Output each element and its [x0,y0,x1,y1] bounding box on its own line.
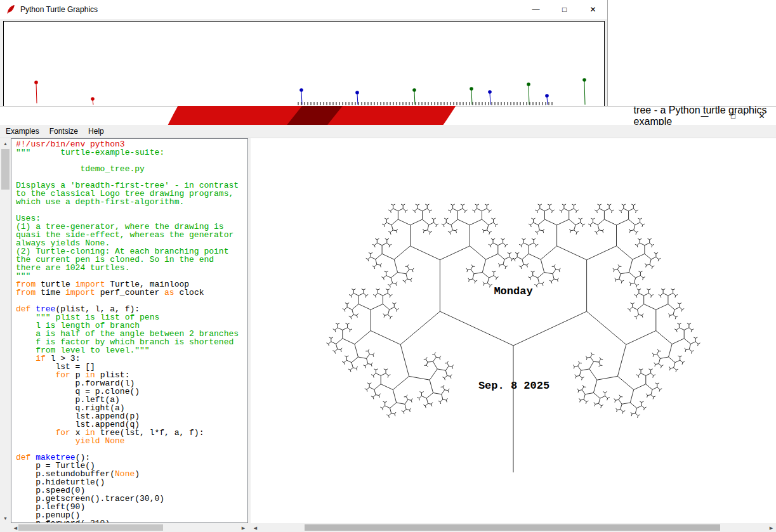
code-horizontal-scrollbar[interactable]: ◀ ▶ [11,523,248,532]
code-text: #!/usr/bin/env python3""" turtle-example… [16,140,239,523]
minimize-button[interactable]: — [690,107,719,125]
fractal-tree-drawing: MondaySep. 8 2025 [251,138,776,523]
code-line [16,206,239,214]
scrollbar-thumb[interactable] [1,149,10,190]
maximize-icon: □ [731,112,735,120]
turtle-drawing [0,0,608,106]
tree-demo-window: tree - a Python turtle graphics example … [0,106,776,532]
code-line: from time import perf_counter as clock [16,289,239,297]
scroll-up-icon[interactable]: ▲ [0,138,11,148]
minimize-icon: — [701,112,709,120]
menu-item-examples[interactable]: Examples [1,125,44,138]
scrollbar-thumb[interactable] [18,524,163,531]
scroll-right-icon[interactable]: ▶ [239,523,248,532]
turtle-pin [91,97,95,105]
turtle-pin [34,81,38,103]
scroll-down-icon[interactable]: ▼ [0,513,11,523]
code-line: there are 1024 turtles. [16,264,239,272]
tree-branches [327,204,700,472]
code-line: tdemo_tree.py [16,165,239,173]
close-button[interactable]: ✕ [747,107,776,125]
menu-item-fontsize[interactable]: Fontsize [45,125,82,138]
turtle-pin [470,87,473,105]
window-content: ▲ ▼ #!/usr/bin/env python3""" turtle-exa… [0,138,776,532]
code-line: which use a depth-first-algorithm. [16,198,239,206]
background-window: Python Turtle Graphics — □ ✕ [0,0,608,106]
code-line: """ turtle-example-suite: [16,148,239,157]
canvas-text: Monday [494,285,532,297]
canvas-horizontal-scrollbar[interactable]: ◀ ▶ [251,523,776,532]
close-icon: ✕ [758,112,765,120]
menu-bar: Examples Fontsize Help [0,125,776,138]
scroll-left-icon[interactable]: ◀ [251,523,260,532]
code-line: yield None [16,437,239,445]
menu-item-help[interactable]: Help [84,125,109,138]
tick-row [298,102,552,105]
titlebar[interactable]: tree - a Python turtle graphics example … [0,107,776,125]
turtle-pin [582,78,586,105]
code-vertical-scrollbar[interactable]: ▲ ▼ [0,138,11,523]
canvas-text: Sep. 8 2025 [478,380,549,392]
scroll-right-icon[interactable]: ▶ [766,523,776,532]
turtle-pin [527,82,530,105]
scrollbar-corner [0,523,11,532]
maximize-button[interactable]: □ [719,107,747,125]
turtle-graphics-canvas [3,21,605,106]
demo-canvas: MondaySep. 8 2025 [251,138,776,523]
code-editor[interactable]: #!/usr/bin/env python3""" turtle-example… [11,138,248,523]
scrollbar-thumb[interactable] [305,524,720,531]
